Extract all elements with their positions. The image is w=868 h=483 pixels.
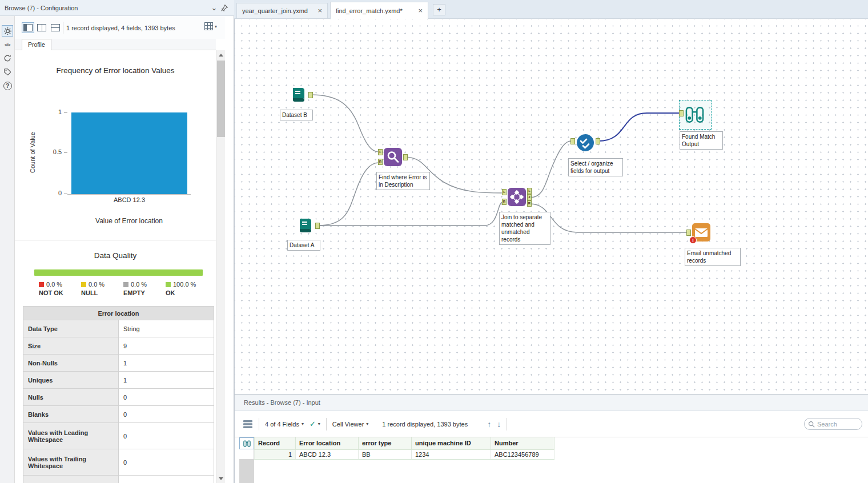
scroll-down-button[interactable] bbox=[216, 474, 226, 483]
wire-join-to-email[interactable] bbox=[530, 204, 687, 232]
wire-datasetB-to-findreplace[interactable] bbox=[311, 95, 379, 152]
node-email[interactable]: ! Email unmatched records bbox=[692, 223, 710, 242]
configuration-tool-strip: </> ? bbox=[0, 16, 15, 483]
node-join[interactable]: L R L J R Join to separate matched and u… bbox=[508, 188, 526, 206]
close-icon[interactable]: × bbox=[418, 8, 423, 14]
fields-selector-dropdown[interactable]: 4 of 4 Fields ▾ bbox=[265, 421, 304, 428]
grid-layout-button[interactable] bbox=[243, 420, 253, 429]
node-dataset-a[interactable]: Dataset A bbox=[296, 216, 314, 235]
section-divider bbox=[15, 240, 216, 240]
fp-row-label bbox=[23, 476, 119, 483]
fp-row-value: 1 bbox=[119, 372, 214, 389]
header-row: Record Error location error type unique … bbox=[255, 437, 554, 449]
results-panel: Results - Browse (7) - Input 4 of 4 Fiel… bbox=[234, 394, 868, 483]
input-anchor-F[interactable]: F bbox=[378, 149, 383, 155]
input-anchor[interactable] bbox=[679, 110, 684, 116]
cell-number: ABC123456789 bbox=[491, 449, 554, 459]
output-anchor-J[interactable]: J bbox=[527, 194, 532, 200]
pin-icon-svg bbox=[220, 4, 228, 12]
collapse-panel-button[interactable]: ⌄ bbox=[209, 3, 219, 13]
fp-row-label: Data Type bbox=[23, 320, 119, 337]
grid-browse-corner[interactable] bbox=[239, 437, 254, 449]
triangle-up-icon bbox=[219, 54, 223, 57]
tab-label: year_quarter_join.yxmd bbox=[242, 7, 308, 14]
input-anchor-R[interactable]: R bbox=[502, 199, 507, 205]
fp-row-value: 0 bbox=[119, 406, 214, 423]
output-anchor[interactable] bbox=[596, 138, 600, 144]
column-header-error-location[interactable]: Error location bbox=[296, 437, 359, 449]
cell-viewer-dropdown[interactable]: Cell Viewer ▾ bbox=[332, 421, 368, 428]
output-anchor[interactable] bbox=[403, 154, 408, 160]
panel-splitter[interactable] bbox=[225, 16, 234, 483]
input-anchor[interactable] bbox=[686, 230, 691, 236]
node-dataset-b[interactable]: Dataset B bbox=[289, 86, 307, 104]
table-view-dropdown-button[interactable]: ▾ bbox=[204, 22, 217, 30]
output-anchor-R[interactable]: R bbox=[527, 200, 532, 207]
dq-swatch bbox=[166, 282, 171, 287]
wire-datasetA-to-findreplace[interactable] bbox=[318, 163, 379, 226]
output-anchor-L[interactable]: L bbox=[527, 188, 532, 194]
cell-unique-machine-id: 1234 bbox=[412, 449, 491, 459]
wire-select-to-browse-selected[interactable] bbox=[598, 113, 680, 141]
results-record-summary: 1 record displayed, 1393 bytes bbox=[382, 421, 468, 428]
node-select[interactable]: Select / organize fields for output bbox=[576, 134, 594, 152]
table-row[interactable]: 1 ABCD 12.3 BB 1234 ABC123456789 bbox=[255, 449, 554, 459]
y-tick-label: 1 bbox=[38, 108, 62, 115]
profile-tab-row: Profile bbox=[15, 39, 216, 50]
column-header-error-type[interactable]: error type bbox=[359, 437, 412, 449]
scroll-up-button[interactable] bbox=[216, 50, 226, 59]
refresh-icon[interactable] bbox=[2, 53, 13, 64]
caret-down-icon: ▾ bbox=[318, 421, 320, 426]
node-browse-found-match[interactable]: Found Match Output bbox=[685, 104, 705, 126]
toolbar-separator bbox=[63, 22, 63, 34]
rows-stack-icon bbox=[243, 420, 253, 429]
output-anchor[interactable] bbox=[308, 92, 313, 98]
config-scrollbar[interactable] bbox=[216, 50, 225, 483]
input-anchor-L[interactable]: L bbox=[502, 189, 507, 195]
layout-horizontal-split-button[interactable] bbox=[49, 22, 62, 33]
cell-error-location: ABCD 12.3 bbox=[296, 449, 359, 459]
select-icon bbox=[576, 134, 594, 152]
dq-label: NULL bbox=[81, 289, 122, 296]
tab-profile[interactable]: Profile bbox=[22, 39, 51, 50]
column-header-number[interactable]: Number bbox=[491, 437, 554, 449]
code-view-icon[interactable]: </> bbox=[2, 39, 13, 50]
toolbar-separator bbox=[326, 418, 327, 430]
search-input[interactable] bbox=[817, 421, 857, 428]
fp-row-value: String bbox=[119, 320, 214, 337]
results-toolbar: 4 of 4 Fields ▾ ✓ ▾ Cell Viewer ▾ 1 reco… bbox=[235, 411, 868, 437]
wire-join-to-select[interactable] bbox=[530, 141, 571, 198]
tag-icon[interactable] bbox=[2, 66, 13, 78]
apply-selection-dropdown[interactable]: ✓ ▾ bbox=[310, 420, 320, 428]
column-header-unique-machine-id[interactable]: unique machine ID bbox=[412, 437, 491, 449]
fp-row-value: 1 bbox=[119, 355, 214, 372]
tab-find-error-match[interactable]: find_error_match.yxmd* × bbox=[330, 2, 428, 19]
next-record-button[interactable]: ↓ bbox=[497, 420, 501, 429]
fp-row-value: 0 bbox=[119, 423, 214, 449]
search-box[interactable] bbox=[804, 418, 862, 430]
workflow-canvas[interactable]: Dataset B F R Find where Error is in Des… bbox=[234, 19, 868, 394]
previous-record-button[interactable]: ↑ bbox=[487, 420, 491, 429]
layout-single-pane-button[interactable] bbox=[22, 22, 34, 33]
fp-row-label: Uniques bbox=[23, 372, 119, 389]
new-workflow-button[interactable]: + bbox=[433, 4, 445, 15]
node-find-replace[interactable]: F R Find where Error is in Description bbox=[384, 148, 402, 166]
dq-legend-item: 0.0 % NULL bbox=[81, 281, 122, 296]
tab-year-quarter-join[interactable]: year_quarter_join.yxmd × bbox=[236, 3, 328, 18]
macro-book-icon bbox=[289, 86, 307, 104]
column-header-record[interactable]: Record bbox=[255, 437, 296, 449]
input-anchor[interactable] bbox=[570, 138, 575, 144]
pin-icon[interactable] bbox=[219, 3, 230, 13]
toolbar-separator bbox=[507, 418, 507, 430]
close-icon[interactable]: × bbox=[318, 8, 322, 14]
layout-vertical-split-button[interactable] bbox=[35, 22, 48, 33]
scrollbar-thumb[interactable] bbox=[217, 61, 225, 137]
field-profile-table: Error location Data TypeString Size9 Non… bbox=[23, 306, 214, 483]
settings-gear-icon[interactable] bbox=[2, 25, 13, 37]
node-annotation: Select / organize fields for output bbox=[568, 158, 623, 176]
single-pane-icon bbox=[23, 24, 33, 31]
input-anchor-R[interactable]: R bbox=[378, 159, 383, 165]
fp-row-label: Non-Nulls bbox=[23, 355, 119, 372]
help-icon[interactable]: ? bbox=[2, 80, 13, 91]
output-anchor[interactable] bbox=[315, 223, 320, 229]
